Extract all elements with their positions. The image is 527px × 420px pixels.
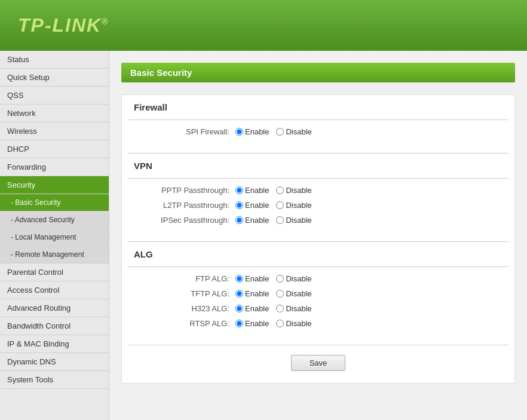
sidebar-item-dhcp[interactable]: DHCP <box>0 140 109 158</box>
sidebar-item-ip-mac-binding[interactable]: IP & MAC Binding <box>0 335 109 353</box>
save-row: Save <box>122 345 514 383</box>
alg-section-header: ALG <box>122 242 514 266</box>
rtsp-alg-disable-radio[interactable] <box>276 320 284 327</box>
ftp-alg-row: FTP ALG: Enable Disable <box>134 274 503 283</box>
ipsec-disable-label[interactable]: Disable <box>276 216 311 225</box>
spi-firewall-enable-text: Enable <box>245 127 269 136</box>
pptp-enable-label[interactable]: Enable <box>235 186 269 195</box>
h323-alg-enable-label[interactable]: Enable <box>235 304 269 313</box>
tftp-alg-row: TFTP ALG: Enable Disable <box>134 289 503 298</box>
spi-firewall-row: SPI Firewall: Enable Disable <box>134 127 503 136</box>
spi-firewall-disable-radio[interactable] <box>276 128 284 136</box>
sidebar-item-status[interactable]: Status <box>0 51 109 69</box>
layout: StatusQuick SetupQSSNetworkWirelessDHCPF… <box>0 51 527 420</box>
main-content: Basic Security Firewall SPI Firewall: En… <box>109 51 527 420</box>
l2tp-row: L2TP Passthrough: Enable Disable <box>134 201 503 210</box>
ftp-alg-disable-text: Disable <box>286 274 311 283</box>
pptp-radio-group: Enable Disable <box>235 186 317 195</box>
rtsp-alg-enable-label[interactable]: Enable <box>235 319 269 328</box>
sidebar-item-access-control[interactable]: Access Control <box>0 281 109 299</box>
rtsp-alg-enable-text: Enable <box>245 319 269 328</box>
vpn-section-body: PPTP Passthrough: Enable Disable L2TP Pa <box>122 179 514 241</box>
sidebar-item-local-management[interactable]: - Local Management <box>0 229 109 246</box>
ipsec-disable-radio[interactable] <box>276 216 284 224</box>
spi-firewall-disable-label[interactable]: Disable <box>276 127 311 136</box>
sidebar-item-dynamic-dns[interactable]: Dynamic DNS <box>0 353 109 371</box>
h323-alg-label: H323 ALG: <box>134 304 229 313</box>
logo-mark: ® <box>102 17 109 26</box>
vpn-section-header: VPN <box>122 154 514 178</box>
pptp-enable-text: Enable <box>245 186 269 195</box>
l2tp-label: L2TP Passthrough: <box>134 201 229 210</box>
pptp-disable-radio[interactable] <box>276 186 284 194</box>
sidebar-item-basic-security[interactable]: - Basic Security <box>0 194 109 211</box>
ftp-alg-disable-label[interactable]: Disable <box>276 274 311 283</box>
rtsp-alg-enable-radio[interactable] <box>235 320 243 327</box>
tftp-alg-radio-group: Enable Disable <box>235 289 317 298</box>
spi-firewall-enable-label[interactable]: Enable <box>235 127 269 136</box>
ftp-alg-disable-radio[interactable] <box>276 275 284 283</box>
tftp-alg-disable-label[interactable]: Disable <box>276 289 311 298</box>
sidebar-item-advanced-security[interactable]: - Advanced Security <box>0 211 109 229</box>
logo-text: TP-LINK <box>18 14 102 36</box>
header: TP-LINK® <box>0 0 527 51</box>
tftp-alg-label: TFTP ALG: <box>134 289 229 298</box>
l2tp-disable-text: Disable <box>286 201 311 210</box>
ipsec-radio-group: Enable Disable <box>235 216 317 225</box>
l2tp-radio-group: Enable Disable <box>235 201 317 210</box>
ftp-alg-enable-label[interactable]: Enable <box>235 274 269 283</box>
spi-firewall-radio-group: Enable Disable <box>235 127 317 136</box>
spi-firewall-disable-text: Disable <box>286 127 311 136</box>
sidebar-item-system-tools[interactable]: System Tools <box>0 371 109 389</box>
l2tp-disable-label[interactable]: Disable <box>276 201 311 210</box>
tftp-alg-enable-text: Enable <box>245 289 269 298</box>
l2tp-enable-label[interactable]: Enable <box>235 201 269 210</box>
pptp-enable-radio[interactable] <box>235 186 243 194</box>
sidebar-item-parental-control[interactable]: Parental Control <box>0 263 109 281</box>
ftp-alg-radio-group: Enable Disable <box>235 274 317 283</box>
tftp-alg-disable-radio[interactable] <box>276 290 284 298</box>
sidebar-item-wireless[interactable]: Wireless <box>0 122 109 140</box>
content-area: Firewall SPI Firewall: Enable Disable <box>121 94 515 384</box>
pptp-disable-label[interactable]: Disable <box>276 186 311 195</box>
tftp-alg-enable-label[interactable]: Enable <box>235 289 269 298</box>
tftp-alg-enable-radio[interactable] <box>235 290 243 298</box>
ipsec-enable-radio[interactable] <box>235 216 243 224</box>
h323-alg-enable-radio[interactable] <box>235 305 243 312</box>
sidebar-item-forwarding[interactable]: Forwarding <box>0 158 109 176</box>
sidebar-item-advanced-routing[interactable]: Advanced Routing <box>0 299 109 317</box>
sidebar-item-network[interactable]: Network <box>0 105 109 122</box>
rtsp-alg-disable-label[interactable]: Disable <box>276 319 311 328</box>
ipsec-disable-text: Disable <box>286 216 311 225</box>
h323-alg-row: H323 ALG: Enable Disable <box>134 304 503 313</box>
alg-section-body: FTP ALG: Enable Disable TFTP ALG: <box>122 267 514 345</box>
spi-firewall-label: SPI Firewall: <box>134 127 229 136</box>
sidebar-item-quick-setup[interactable]: Quick Setup <box>0 69 109 87</box>
spi-firewall-enable-radio[interactable] <box>235 128 243 136</box>
h323-alg-disable-text: Disable <box>286 304 311 313</box>
pptp-label: PPTP Passthrough: <box>134 186 229 195</box>
l2tp-enable-radio[interactable] <box>235 201 243 209</box>
ftp-alg-label: FTP ALG: <box>134 274 229 283</box>
firewall-section-header: Firewall <box>122 95 514 119</box>
rtsp-alg-label: RTSP ALG: <box>134 319 229 328</box>
h323-alg-disable-radio[interactable] <box>276 305 284 312</box>
h323-alg-disable-label[interactable]: Disable <box>276 304 311 313</box>
ipsec-row: IPSec Passthrough: Enable Disable <box>134 216 503 225</box>
l2tp-disable-radio[interactable] <box>276 201 284 209</box>
h323-alg-enable-text: Enable <box>245 304 269 313</box>
sidebar: StatusQuick SetupQSSNetworkWirelessDHCPF… <box>0 51 109 420</box>
firewall-section-body: SPI Firewall: Enable Disable <box>122 120 514 153</box>
pptp-row: PPTP Passthrough: Enable Disable <box>134 186 503 195</box>
ftp-alg-enable-radio[interactable] <box>235 275 243 283</box>
save-button[interactable]: Save <box>291 355 346 371</box>
l2tp-enable-text: Enable <box>245 201 269 210</box>
ipsec-enable-text: Enable <box>245 216 269 225</box>
sidebar-item-bandwidth-control[interactable]: Bandwidth Control <box>0 317 109 335</box>
pptp-disable-text: Disable <box>286 186 311 195</box>
ipsec-enable-label[interactable]: Enable <box>235 216 269 225</box>
rtsp-alg-disable-text: Disable <box>286 319 311 328</box>
sidebar-item-remote-management[interactable]: - Remote Management <box>0 246 109 263</box>
sidebar-item-qss[interactable]: QSS <box>0 87 109 105</box>
sidebar-item-security[interactable]: Security <box>0 176 109 194</box>
